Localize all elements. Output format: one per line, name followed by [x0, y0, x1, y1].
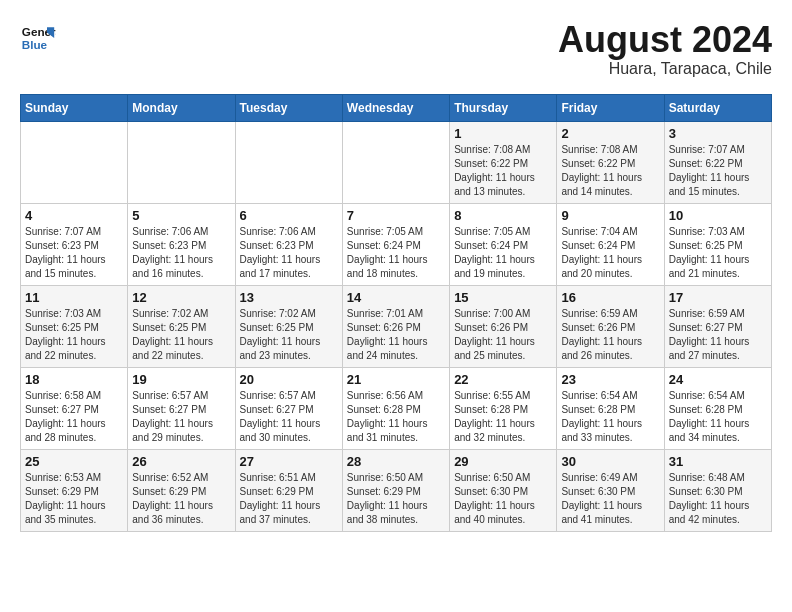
- day-number: 3: [669, 126, 767, 141]
- day-info: Sunrise: 7:08 AM Sunset: 6:22 PM Dayligh…: [561, 143, 659, 199]
- calendar-week-row: 18Sunrise: 6:58 AM Sunset: 6:27 PM Dayli…: [21, 367, 772, 449]
- header-day-wednesday: Wednesday: [342, 94, 449, 121]
- day-info: Sunrise: 6:55 AM Sunset: 6:28 PM Dayligh…: [454, 389, 552, 445]
- day-info: Sunrise: 7:05 AM Sunset: 6:24 PM Dayligh…: [454, 225, 552, 281]
- calendar-cell: 23Sunrise: 6:54 AM Sunset: 6:28 PM Dayli…: [557, 367, 664, 449]
- calendar-cell: [128, 121, 235, 203]
- calendar-cell: 6Sunrise: 7:06 AM Sunset: 6:23 PM Daylig…: [235, 203, 342, 285]
- day-number: 10: [669, 208, 767, 223]
- day-number: 7: [347, 208, 445, 223]
- day-number: 31: [669, 454, 767, 469]
- day-info: Sunrise: 7:03 AM Sunset: 6:25 PM Dayligh…: [669, 225, 767, 281]
- calendar-cell: 29Sunrise: 6:50 AM Sunset: 6:30 PM Dayli…: [450, 449, 557, 531]
- day-info: Sunrise: 6:54 AM Sunset: 6:28 PM Dayligh…: [561, 389, 659, 445]
- header-day-monday: Monday: [128, 94, 235, 121]
- logo-icon: General Blue: [20, 20, 56, 56]
- calendar-title: August 2024: [558, 20, 772, 60]
- day-number: 12: [132, 290, 230, 305]
- day-info: Sunrise: 7:07 AM Sunset: 6:23 PM Dayligh…: [25, 225, 123, 281]
- day-info: Sunrise: 7:03 AM Sunset: 6:25 PM Dayligh…: [25, 307, 123, 363]
- day-number: 6: [240, 208, 338, 223]
- header-day-friday: Friday: [557, 94, 664, 121]
- day-number: 23: [561, 372, 659, 387]
- calendar-cell: [235, 121, 342, 203]
- calendar-cell: 22Sunrise: 6:55 AM Sunset: 6:28 PM Dayli…: [450, 367, 557, 449]
- calendar-cell: 30Sunrise: 6:49 AM Sunset: 6:30 PM Dayli…: [557, 449, 664, 531]
- header-day-saturday: Saturday: [664, 94, 771, 121]
- day-info: Sunrise: 6:54 AM Sunset: 6:28 PM Dayligh…: [669, 389, 767, 445]
- calendar-subtitle: Huara, Tarapaca, Chile: [558, 60, 772, 78]
- day-number: 9: [561, 208, 659, 223]
- calendar-cell: 25Sunrise: 6:53 AM Sunset: 6:29 PM Dayli…: [21, 449, 128, 531]
- day-info: Sunrise: 6:59 AM Sunset: 6:27 PM Dayligh…: [669, 307, 767, 363]
- day-number: 22: [454, 372, 552, 387]
- calendar-cell: 31Sunrise: 6:48 AM Sunset: 6:30 PM Dayli…: [664, 449, 771, 531]
- day-number: 25: [25, 454, 123, 469]
- day-number: 13: [240, 290, 338, 305]
- calendar-cell: 7Sunrise: 7:05 AM Sunset: 6:24 PM Daylig…: [342, 203, 449, 285]
- header-day-tuesday: Tuesday: [235, 94, 342, 121]
- day-number: 17: [669, 290, 767, 305]
- day-number: 21: [347, 372, 445, 387]
- calendar-cell: 3Sunrise: 7:07 AM Sunset: 6:22 PM Daylig…: [664, 121, 771, 203]
- day-info: Sunrise: 6:51 AM Sunset: 6:29 PM Dayligh…: [240, 471, 338, 527]
- day-number: 26: [132, 454, 230, 469]
- day-info: Sunrise: 6:56 AM Sunset: 6:28 PM Dayligh…: [347, 389, 445, 445]
- calendar-cell: 2Sunrise: 7:08 AM Sunset: 6:22 PM Daylig…: [557, 121, 664, 203]
- calendar-cell: 11Sunrise: 7:03 AM Sunset: 6:25 PM Dayli…: [21, 285, 128, 367]
- day-info: Sunrise: 7:02 AM Sunset: 6:25 PM Dayligh…: [132, 307, 230, 363]
- calendar-cell: 18Sunrise: 6:58 AM Sunset: 6:27 PM Dayli…: [21, 367, 128, 449]
- calendar-cell: 19Sunrise: 6:57 AM Sunset: 6:27 PM Dayli…: [128, 367, 235, 449]
- header-day-thursday: Thursday: [450, 94, 557, 121]
- calendar-cell: 17Sunrise: 6:59 AM Sunset: 6:27 PM Dayli…: [664, 285, 771, 367]
- calendar-cell: 16Sunrise: 6:59 AM Sunset: 6:26 PM Dayli…: [557, 285, 664, 367]
- calendar-cell: [21, 121, 128, 203]
- calendar-header-row: SundayMondayTuesdayWednesdayThursdayFrid…: [21, 94, 772, 121]
- day-number: 15: [454, 290, 552, 305]
- day-number: 8: [454, 208, 552, 223]
- day-info: Sunrise: 7:02 AM Sunset: 6:25 PM Dayligh…: [240, 307, 338, 363]
- day-number: 28: [347, 454, 445, 469]
- calendar-cell: 27Sunrise: 6:51 AM Sunset: 6:29 PM Dayli…: [235, 449, 342, 531]
- calendar-cell: 15Sunrise: 7:00 AM Sunset: 6:26 PM Dayli…: [450, 285, 557, 367]
- day-info: Sunrise: 6:50 AM Sunset: 6:29 PM Dayligh…: [347, 471, 445, 527]
- calendar-cell: 9Sunrise: 7:04 AM Sunset: 6:24 PM Daylig…: [557, 203, 664, 285]
- day-info: Sunrise: 7:08 AM Sunset: 6:22 PM Dayligh…: [454, 143, 552, 199]
- day-number: 27: [240, 454, 338, 469]
- day-info: Sunrise: 7:06 AM Sunset: 6:23 PM Dayligh…: [240, 225, 338, 281]
- day-info: Sunrise: 6:52 AM Sunset: 6:29 PM Dayligh…: [132, 471, 230, 527]
- day-number: 24: [669, 372, 767, 387]
- day-number: 30: [561, 454, 659, 469]
- calendar-cell: 1Sunrise: 7:08 AM Sunset: 6:22 PM Daylig…: [450, 121, 557, 203]
- day-number: 20: [240, 372, 338, 387]
- calendar-cell: 13Sunrise: 7:02 AM Sunset: 6:25 PM Dayli…: [235, 285, 342, 367]
- calendar-week-row: 4Sunrise: 7:07 AM Sunset: 6:23 PM Daylig…: [21, 203, 772, 285]
- day-number: 29: [454, 454, 552, 469]
- day-number: 1: [454, 126, 552, 141]
- day-info: Sunrise: 6:48 AM Sunset: 6:30 PM Dayligh…: [669, 471, 767, 527]
- day-info: Sunrise: 6:49 AM Sunset: 6:30 PM Dayligh…: [561, 471, 659, 527]
- day-info: Sunrise: 6:58 AM Sunset: 6:27 PM Dayligh…: [25, 389, 123, 445]
- day-number: 18: [25, 372, 123, 387]
- day-info: Sunrise: 7:04 AM Sunset: 6:24 PM Dayligh…: [561, 225, 659, 281]
- calendar-cell: 5Sunrise: 7:06 AM Sunset: 6:23 PM Daylig…: [128, 203, 235, 285]
- day-info: Sunrise: 6:59 AM Sunset: 6:26 PM Dayligh…: [561, 307, 659, 363]
- calendar-week-row: 11Sunrise: 7:03 AM Sunset: 6:25 PM Dayli…: [21, 285, 772, 367]
- calendar-cell: [342, 121, 449, 203]
- calendar-cell: 28Sunrise: 6:50 AM Sunset: 6:29 PM Dayli…: [342, 449, 449, 531]
- day-number: 14: [347, 290, 445, 305]
- day-number: 4: [25, 208, 123, 223]
- logo: General Blue: [20, 20, 56, 56]
- day-info: Sunrise: 7:00 AM Sunset: 6:26 PM Dayligh…: [454, 307, 552, 363]
- calendar-cell: 4Sunrise: 7:07 AM Sunset: 6:23 PM Daylig…: [21, 203, 128, 285]
- page-header: General Blue August 2024 Huara, Tarapaca…: [20, 20, 772, 78]
- calendar-cell: 10Sunrise: 7:03 AM Sunset: 6:25 PM Dayli…: [664, 203, 771, 285]
- day-info: Sunrise: 6:57 AM Sunset: 6:27 PM Dayligh…: [132, 389, 230, 445]
- calendar-cell: 21Sunrise: 6:56 AM Sunset: 6:28 PM Dayli…: [342, 367, 449, 449]
- day-info: Sunrise: 6:50 AM Sunset: 6:30 PM Dayligh…: [454, 471, 552, 527]
- calendar-table: SundayMondayTuesdayWednesdayThursdayFrid…: [20, 94, 772, 532]
- calendar-cell: 14Sunrise: 7:01 AM Sunset: 6:26 PM Dayli…: [342, 285, 449, 367]
- calendar-cell: 26Sunrise: 6:52 AM Sunset: 6:29 PM Dayli…: [128, 449, 235, 531]
- svg-text:Blue: Blue: [22, 38, 48, 51]
- calendar-cell: 12Sunrise: 7:02 AM Sunset: 6:25 PM Dayli…: [128, 285, 235, 367]
